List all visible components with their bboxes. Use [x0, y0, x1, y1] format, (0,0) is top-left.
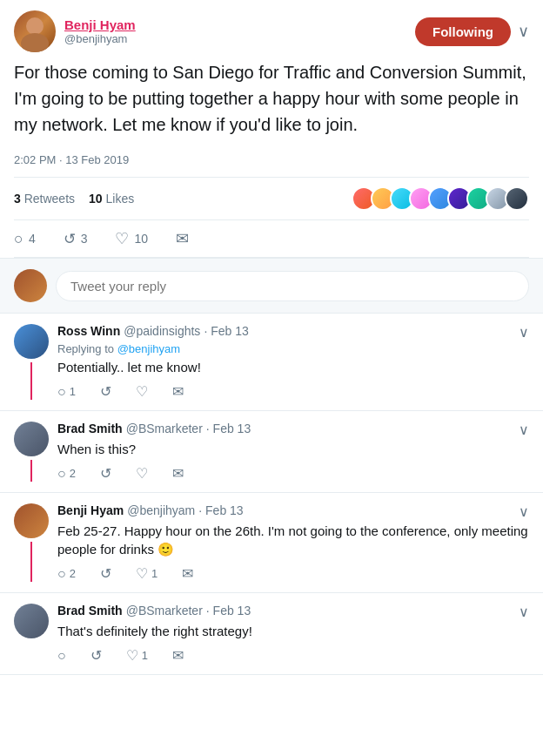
reply-date: · Feb 13 [204, 324, 248, 338]
reply-meta: Ross Winn @paidinsights · Feb 13 [57, 324, 249, 338]
reply-like-count: 1 [151, 567, 158, 580]
reply-mail-action[interactable]: ✉ [182, 565, 193, 582]
reply-mail-action[interactable]: ✉ [172, 465, 184, 482]
tweet-header: Benji Hyam @benjihyam Following ∨ [14, 10, 529, 52]
retweet-action[interactable]: ↺ 3 [64, 230, 88, 248]
reply-reply-action[interactable]: ○ [57, 648, 66, 664]
reply-chevron-icon[interactable]: ∨ [519, 422, 529, 438]
reply-text: When is this? [57, 440, 529, 458]
reply-input[interactable] [56, 271, 529, 301]
heart-icon: ♡ [136, 565, 148, 582]
reply-left [14, 503, 49, 582]
mail-action[interactable]: ✉ [176, 229, 189, 248]
mail-icon: ✉ [172, 465, 184, 482]
reply-reply-count: 2 [70, 567, 76, 580]
display-name[interactable]: Benji Hyam [64, 17, 136, 32]
replying-to-name[interactable]: @benjihyam [117, 342, 180, 355]
reply-reply-count: 2 [70, 467, 76, 480]
reply-chevron-icon[interactable]: ∨ [519, 503, 529, 520]
reply-actions: ○ 2 ↺ ♡ ✉ [57, 465, 529, 482]
like-count: 10 [134, 232, 148, 246]
reply-like-count: 1 [142, 649, 148, 662]
reply-like-action[interactable]: ♡ 1 [126, 647, 148, 664]
mail-icon: ✉ [172, 383, 184, 400]
heart-icon: ♡ [136, 465, 148, 482]
reply-meta: Brad Smith @BSmarketer · Feb 13 [57, 604, 251, 618]
mail-icon: ✉ [176, 229, 189, 248]
reply-actions: ○ 1 ↺ ♡ ✉ [57, 383, 529, 400]
chevron-down-icon[interactable]: ∨ [518, 22, 529, 41]
liker-avatar [505, 186, 529, 211]
reply-retweet-action[interactable]: ↺ [100, 465, 111, 482]
reply-date: · Feb 13 [198, 503, 243, 517]
reply-left [14, 604, 49, 664]
reply-like-action[interactable]: ♡ [136, 383, 148, 400]
reply-thread-line [30, 460, 32, 482]
reply-chevron-icon[interactable]: ∨ [519, 324, 529, 341]
reply-thread-line [30, 362, 32, 400]
reply-username: @BSmarketer [126, 422, 203, 435]
brad-avatar [14, 422, 49, 456]
tweet-header-right: Following ∨ [415, 17, 529, 46]
heart-icon: ♡ [136, 383, 148, 400]
reply-left [14, 324, 49, 400]
reply-item: Ross Winn @paidinsights · Feb 13 ∨ Reply… [0, 314, 543, 411]
tweet-stats: 3 Retweets 10 Likes [14, 177, 529, 220]
reply-retweet-action[interactable]: ↺ [100, 383, 111, 400]
reply-icon: ○ [57, 384, 66, 400]
reply-reply-action[interactable]: ○ 1 [57, 384, 76, 400]
reply-reply-action[interactable]: ○ 2 [57, 466, 76, 482]
reply-left [14, 422, 49, 482]
reply-icon: ○ [57, 466, 66, 482]
reply-like-action[interactable]: ♡ 1 [136, 565, 158, 582]
reply-text: That's definitely the right strategy! [57, 622, 529, 640]
reply-content: Brad Smith @BSmarketer · Feb 13 ∨ That's… [57, 604, 529, 664]
reply-chevron-icon[interactable]: ∨ [519, 604, 529, 620]
reply-item: Benji Hyam @benjihyam · Feb 13 ∨ Feb 25-… [0, 493, 543, 593]
like-action[interactable]: ♡ 10 [115, 229, 148, 248]
reply-reply-count: 1 [70, 385, 76, 398]
reply-reply-action[interactable]: ○ 2 [57, 566, 76, 582]
avatar[interactable] [14, 10, 56, 52]
reply-mail-action[interactable]: ✉ [172, 383, 184, 400]
reply-user-avatar [14, 269, 47, 302]
heart-icon: ♡ [115, 229, 129, 248]
reply-mail-action[interactable]: ✉ [172, 647, 184, 664]
reply-section [0, 259, 543, 314]
reply-content: Brad Smith @BSmarketer · Feb 13 ∨ When i… [57, 422, 529, 482]
tweet-body: For those coming to San Diego for Traffi… [14, 59, 529, 145]
svg-point-1 [21, 33, 49, 52]
reply-username: @BSmarketer [126, 604, 203, 618]
retweet-count: 3 [81, 232, 88, 246]
retweet-icon: ↺ [90, 647, 102, 664]
tweet-card: Benji Hyam @benjihyam Following ∨ For th… [0, 0, 543, 259]
tweet-actions: ○ 4 ↺ 3 ♡ 10 ✉ [14, 220, 529, 258]
reply-count: 4 [29, 232, 36, 246]
reply-username: @paidinsights [124, 324, 200, 338]
reply-item: Brad Smith @BSmarketer · Feb 13 ∨ That's… [0, 593, 543, 675]
following-button[interactable]: Following [415, 17, 511, 46]
heart-icon: ♡ [126, 647, 138, 664]
svg-point-0 [26, 17, 44, 35]
reply-retweet-action[interactable]: ↺ [100, 565, 111, 582]
replies-list: Ross Winn @paidinsights · Feb 13 ∨ Reply… [0, 314, 543, 675]
reply-actions: ○ ↺ ♡ 1 ✉ [57, 647, 529, 664]
reply-header: Ross Winn @paidinsights · Feb 13 ∨ [57, 324, 529, 341]
reply-display-name: Benji Hyam [57, 503, 124, 517]
likes-stat: 10 Likes [89, 192, 134, 206]
reply-meta: Brad Smith @BSmarketer · Feb 13 [57, 422, 251, 435]
replying-to: Replying to @benjihyam [57, 342, 529, 355]
reply-actions: ○ 2 ↺ ♡ 1 ✉ [57, 565, 529, 582]
retweet-icon: ↺ [100, 465, 111, 482]
reply-icon: ○ [57, 566, 66, 582]
retweets-stat: 3 Retweets [14, 192, 75, 206]
reply-like-action[interactable]: ♡ [136, 465, 148, 482]
reply-content: Benji Hyam @benjihyam · Feb 13 ∨ Feb 25-… [57, 503, 529, 582]
reply-text: Feb 25-27. Happy hour on the 26th. I'm n… [57, 522, 529, 558]
brad-avatar-2 [14, 604, 49, 638]
reply-action[interactable]: ○ 4 [14, 230, 36, 248]
reply-display-name: Ross Winn [57, 324, 120, 338]
reply-retweet-action[interactable]: ↺ [90, 647, 102, 664]
likers-avatars [352, 186, 529, 211]
tweet-timestamp: 2:02 PM · 13 Feb 2019 [14, 153, 529, 166]
